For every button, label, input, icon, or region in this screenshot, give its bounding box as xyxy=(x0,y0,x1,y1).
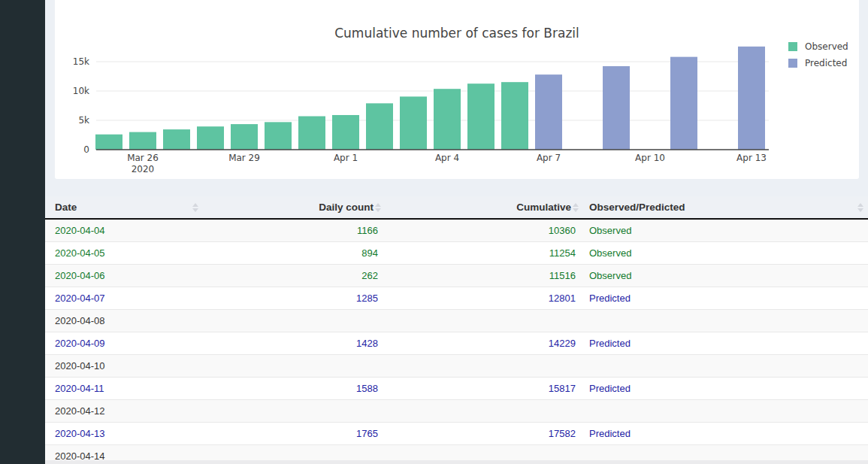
x-tick-label: Apr 4 xyxy=(435,153,459,163)
cell-date: 2020-04-10 xyxy=(45,355,203,378)
chart-card: 05k10k15kMar 262020Mar 29Apr 1Apr 4Apr 7… xyxy=(55,0,859,179)
bar-observed-mar-27[interactable] xyxy=(163,129,190,150)
observed-swatch-icon xyxy=(788,42,797,51)
bar-observed-apr-5[interactable] xyxy=(467,83,494,150)
cell-daily-count: 1428 xyxy=(203,332,386,355)
cell-daily-count: 262 xyxy=(203,265,386,287)
cell-date: 2020-04-05 xyxy=(45,242,203,265)
cell-observed-predicted xyxy=(583,400,868,423)
cell-cumulative: 17582 xyxy=(386,423,583,445)
table-row: 2020-04-10 xyxy=(45,355,868,378)
bar-observed-mar-31[interactable] xyxy=(298,117,325,150)
legend-item-observed[interactable]: Observed xyxy=(788,41,848,52)
column-header-daily-count[interactable]: Daily count xyxy=(203,196,386,219)
y-tick-label: 5k xyxy=(78,115,89,126)
cell-daily-count: 1285 xyxy=(203,287,386,310)
table-row: 2020-04-04116610360Observed xyxy=(45,219,868,242)
column-header-observed-predicted[interactable]: Observed/Predicted xyxy=(583,196,868,219)
bar-observed-apr-2[interactable] xyxy=(366,103,393,150)
chart-legend: Observed Predicted xyxy=(788,41,848,74)
legend-label-predicted: Predicted xyxy=(805,58,847,68)
cell-daily-count: 1588 xyxy=(203,378,386,400)
x-tick-label: Mar 26 xyxy=(127,153,159,163)
table-body: 2020-04-04116610360Observed2020-04-05894… xyxy=(45,219,868,464)
cell-cumulative xyxy=(386,400,583,423)
x-tick-label: Apr 7 xyxy=(537,153,561,163)
bar-observed-mar-25[interactable] xyxy=(95,135,122,150)
bar-observed-apr-6[interactable] xyxy=(501,82,528,150)
cell-date: 2020-04-08 xyxy=(45,310,203,332)
cell-cumulative: 15817 xyxy=(386,378,583,400)
x-tick-sublabel: 2020 xyxy=(132,164,155,174)
sidebar xyxy=(0,0,45,464)
table-row: 2020-04-12 xyxy=(45,400,868,423)
y-tick-label: 10k xyxy=(73,86,89,96)
cell-observed-predicted: Observed xyxy=(583,219,868,242)
legend-label-observed: Observed xyxy=(805,41,848,52)
cell-cumulative xyxy=(386,355,583,378)
cell-observed-predicted: Predicted xyxy=(583,332,868,355)
bar-observed-mar-29[interactable] xyxy=(231,124,258,150)
sort-icon[interactable] xyxy=(573,203,579,212)
table-row: 2020-04-07128512801Predicted xyxy=(45,287,868,310)
column-header-cumulative[interactable]: Cumulative xyxy=(386,196,583,219)
bar-observed-apr-3[interactable] xyxy=(400,96,427,150)
cell-date: 2020-04-07 xyxy=(45,287,203,310)
table-row: 2020-04-09142814229Predicted xyxy=(45,332,868,355)
sort-icon[interactable] xyxy=(192,203,198,212)
cell-observed-predicted: Observed xyxy=(583,265,868,287)
cell-cumulative: 10360 xyxy=(386,219,583,242)
cell-daily-count xyxy=(203,400,386,423)
sort-icon[interactable] xyxy=(857,203,863,212)
legend-item-predicted[interactable]: Predicted xyxy=(788,58,848,68)
cell-cumulative xyxy=(386,310,583,332)
bar-observed-mar-28[interactable] xyxy=(197,126,224,150)
table-bottom-edge xyxy=(45,460,868,464)
cell-observed-predicted xyxy=(583,310,868,332)
table-row: 2020-04-0626211516Observed xyxy=(45,265,868,287)
x-tick-label: Mar 29 xyxy=(228,153,260,163)
table-row: 2020-04-11158815817Predicted xyxy=(45,378,868,400)
x-tick-label: Apr 1 xyxy=(334,153,358,163)
cell-date: 2020-04-13 xyxy=(45,423,203,445)
bar-predicted-apr-13[interactable] xyxy=(738,47,765,150)
cell-observed-predicted: Predicted xyxy=(583,423,868,445)
table-row: 2020-04-08 xyxy=(45,310,868,332)
cell-date: 2020-04-12 xyxy=(45,400,203,423)
predicted-swatch-icon xyxy=(788,59,797,68)
bar-observed-apr-1[interactable] xyxy=(332,115,359,150)
table-row: 2020-04-13176517582Predicted xyxy=(45,423,868,445)
bar-predicted-apr-11[interactable] xyxy=(670,57,697,150)
cell-date: 2020-04-06 xyxy=(45,265,203,287)
bar-predicted-apr-9[interactable] xyxy=(603,66,630,150)
table-header: Date Daily count Cumulative Observed/Pre… xyxy=(45,196,868,219)
cell-cumulative: 12801 xyxy=(386,287,583,310)
bar-observed-apr-4[interactable] xyxy=(434,89,461,150)
sort-icon[interactable] xyxy=(375,203,381,212)
cell-daily-count: 1765 xyxy=(203,423,386,445)
cases-table: Date Daily count Cumulative Observed/Pre… xyxy=(45,196,868,464)
y-tick-label: 15k xyxy=(73,56,89,67)
table-row: 2020-04-0589411254Observed xyxy=(45,242,868,265)
cell-observed-predicted: Predicted xyxy=(583,287,868,310)
cell-date: 2020-04-11 xyxy=(45,378,203,400)
x-tick-label: Apr 10 xyxy=(635,153,665,163)
column-header-date[interactable]: Date xyxy=(45,196,203,219)
cell-daily-count: 894 xyxy=(203,242,386,265)
chart-title: Cumulative number of cases for Brazil xyxy=(55,26,859,41)
bar-observed-mar-26[interactable] xyxy=(129,132,156,150)
y-tick-label: 0 xyxy=(83,144,89,155)
x-tick-label: Apr 13 xyxy=(736,153,767,163)
cell-date: 2020-04-04 xyxy=(45,219,203,242)
cell-observed-predicted xyxy=(583,355,868,378)
cell-daily-count: 1166 xyxy=(203,219,386,242)
cell-observed-predicted: Observed xyxy=(583,242,868,265)
bar-observed-mar-30[interactable] xyxy=(265,122,292,150)
cell-cumulative: 11516 xyxy=(386,265,583,287)
cell-date: 2020-04-09 xyxy=(45,332,203,355)
cell-cumulative: 14229 xyxy=(386,332,583,355)
cell-observed-predicted: Predicted xyxy=(583,378,868,400)
cell-daily-count xyxy=(203,310,386,332)
bar-predicted-apr-7[interactable] xyxy=(535,74,562,150)
cell-cumulative: 11254 xyxy=(386,242,583,265)
